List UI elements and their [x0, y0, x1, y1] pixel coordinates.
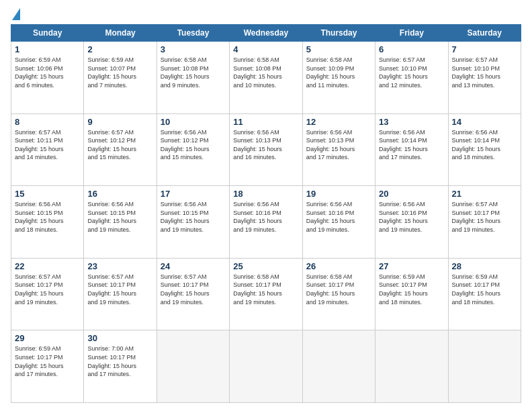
day-of-week-header: Thursday — [302, 25, 375, 42]
day-info: Sunrise: 6:56 AMSunset: 10:16 PMDaylight… — [379, 201, 428, 233]
calendar-cell: 2Sunrise: 6:59 AMSunset: 10:07 PMDayligh… — [84, 42, 157, 114]
day-info: Sunrise: 6:57 AMSunset: 10:10 PMDaylight… — [452, 56, 501, 89]
day-info: Sunrise: 6:59 AMSunset: 10:07 PMDaylight… — [87, 56, 136, 89]
header — [11, 8, 521, 19]
day-number: 8 — [15, 117, 80, 127]
day-number: 12 — [306, 117, 371, 127]
calendar-cell: 17Sunrise: 6:56 AMSunset: 10:15 PMDaylig… — [157, 186, 229, 259]
day-of-week-header: Friday — [375, 25, 448, 42]
day-number: 9 — [87, 117, 152, 127]
day-number: 29 — [15, 333, 80, 343]
day-info: Sunrise: 6:56 AMSunset: 10:15 PMDaylight… — [161, 201, 210, 233]
day-of-week-header: Monday — [84, 25, 157, 42]
day-info: Sunrise: 6:56 AMSunset: 10:15 PMDaylight… — [15, 201, 64, 233]
day-info: Sunrise: 6:58 AMSunset: 10:08 PMDaylight… — [161, 56, 210, 89]
day-number: 10 — [161, 117, 226, 127]
day-number: 24 — [161, 261, 226, 271]
calendar-cell: 28Sunrise: 6:59 AMSunset: 10:17 PMDaylig… — [448, 258, 521, 330]
day-number: 21 — [452, 189, 517, 199]
day-number: 20 — [379, 189, 444, 199]
calendar-cell: 5Sunrise: 6:58 AMSunset: 10:09 PMDayligh… — [302, 42, 375, 114]
day-number: 16 — [87, 189, 152, 199]
calendar-cell: 23Sunrise: 6:57 AMSunset: 10:17 PMDaylig… — [84, 258, 157, 330]
calendar-cell: 20Sunrise: 6:56 AMSunset: 10:16 PMDaylig… — [375, 186, 448, 259]
page: SundayMondayTuesdayWednesdayThursdayFrid… — [0, 0, 532, 411]
day-info: Sunrise: 7:00 AMSunset: 10:17 PMDaylight… — [87, 345, 136, 377]
day-number: 2 — [87, 44, 152, 54]
calendar-cell — [302, 330, 375, 403]
calendar-header-row: SundayMondayTuesdayWednesdayThursdayFrid… — [11, 25, 521, 42]
calendar-cell: 12Sunrise: 6:56 AMSunset: 10:13 PMDaylig… — [302, 113, 375, 186]
logo-arrow-icon — [12, 8, 20, 20]
day-info: Sunrise: 6:58 AMSunset: 10:17 PMDaylight… — [306, 273, 355, 306]
day-info: Sunrise: 6:56 AMSunset: 10:16 PMDaylight… — [306, 201, 355, 233]
calendar-cell: 3Sunrise: 6:58 AMSunset: 10:08 PMDayligh… — [157, 42, 229, 114]
calendar-cell: 30Sunrise: 7:00 AMSunset: 10:17 PMDaylig… — [84, 330, 157, 403]
day-info: Sunrise: 6:57 AMSunset: 10:11 PMDaylight… — [15, 129, 64, 161]
day-info: Sunrise: 6:56 AMSunset: 10:15 PMDaylight… — [87, 201, 136, 233]
day-number: 28 — [452, 261, 517, 271]
day-info: Sunrise: 6:56 AMSunset: 10:14 PMDaylight… — [452, 129, 501, 161]
calendar-cell: 22Sunrise: 6:57 AMSunset: 10:17 PMDaylig… — [11, 258, 84, 330]
calendar-cell: 25Sunrise: 6:58 AMSunset: 10:17 PMDaylig… — [230, 258, 302, 330]
day-info: Sunrise: 6:57 AMSunset: 10:17 PMDaylight… — [452, 201, 501, 233]
day-of-week-header: Tuesday — [157, 25, 229, 42]
day-number: 4 — [233, 44, 298, 54]
calendar-cell — [448, 330, 521, 403]
day-number: 25 — [233, 261, 298, 271]
day-info: Sunrise: 6:57 AMSunset: 10:10 PMDaylight… — [379, 56, 428, 89]
calendar-cell: 24Sunrise: 6:57 AMSunset: 10:17 PMDaylig… — [157, 258, 229, 330]
calendar-cell: 11Sunrise: 6:56 AMSunset: 10:13 PMDaylig… — [230, 113, 302, 186]
calendar-cell: 8Sunrise: 6:57 AMSunset: 10:11 PMDayligh… — [11, 113, 84, 186]
day-number: 17 — [161, 189, 226, 199]
calendar-week-row: 22Sunrise: 6:57 AMSunset: 10:17 PMDaylig… — [11, 258, 521, 330]
day-info: Sunrise: 6:58 AMSunset: 10:08 PMDaylight… — [233, 56, 282, 89]
calendar-cell — [375, 330, 448, 403]
day-info: Sunrise: 6:57 AMSunset: 10:17 PMDaylight… — [15, 273, 64, 306]
day-number: 15 — [15, 189, 80, 199]
day-number: 14 — [452, 117, 517, 127]
day-info: Sunrise: 6:59 AMSunset: 10:17 PMDaylight… — [452, 273, 501, 306]
calendar-week-row: 1Sunrise: 6:59 AMSunset: 10:06 PMDayligh… — [11, 42, 521, 114]
day-info: Sunrise: 6:56 AMSunset: 10:14 PMDaylight… — [379, 129, 428, 161]
day-info: Sunrise: 6:56 AMSunset: 10:16 PMDaylight… — [233, 201, 282, 233]
day-number: 26 — [306, 261, 371, 271]
day-info: Sunrise: 6:59 AMSunset: 10:06 PMDaylight… — [15, 56, 64, 89]
day-info: Sunrise: 6:57 AMSunset: 10:17 PMDaylight… — [87, 273, 136, 306]
calendar-cell: 14Sunrise: 6:56 AMSunset: 10:14 PMDaylig… — [448, 113, 521, 186]
day-number: 18 — [233, 189, 298, 199]
calendar-cell: 10Sunrise: 6:56 AMSunset: 10:12 PMDaylig… — [157, 113, 229, 186]
day-info: Sunrise: 6:56 AMSunset: 10:12 PMDaylight… — [161, 129, 210, 161]
day-info: Sunrise: 6:59 AMSunset: 10:17 PMDaylight… — [379, 273, 428, 306]
day-number: 23 — [87, 261, 152, 271]
day-number: 30 — [87, 333, 152, 343]
calendar-cell: 27Sunrise: 6:59 AMSunset: 10:17 PMDaylig… — [375, 258, 448, 330]
day-of-week-header: Sunday — [11, 25, 84, 42]
calendar-week-row: 29Sunrise: 6:59 AMSunset: 10:17 PMDaylig… — [11, 330, 521, 403]
calendar-cell: 4Sunrise: 6:58 AMSunset: 10:08 PMDayligh… — [230, 42, 302, 114]
day-of-week-header: Wednesday — [230, 25, 302, 42]
day-number: 6 — [379, 44, 444, 54]
day-number: 5 — [306, 44, 371, 54]
day-number: 11 — [233, 117, 298, 127]
day-number: 7 — [452, 44, 517, 54]
day-info: Sunrise: 6:56 AMSunset: 10:13 PMDaylight… — [306, 129, 355, 161]
calendar-cell: 21Sunrise: 6:57 AMSunset: 10:17 PMDaylig… — [448, 186, 521, 259]
calendar-cell: 15Sunrise: 6:56 AMSunset: 10:15 PMDaylig… — [11, 186, 84, 259]
day-number: 19 — [306, 189, 371, 199]
day-number: 22 — [15, 261, 80, 271]
day-info: Sunrise: 6:57 AMSunset: 10:12 PMDaylight… — [87, 129, 136, 161]
day-number: 27 — [379, 261, 444, 271]
day-info: Sunrise: 6:58 AMSunset: 10:17 PMDaylight… — [233, 273, 282, 306]
calendar-table: SundayMondayTuesdayWednesdayThursdayFrid… — [11, 24, 521, 403]
calendar-cell: 13Sunrise: 6:56 AMSunset: 10:14 PMDaylig… — [375, 113, 448, 186]
day-number: 3 — [161, 44, 226, 54]
day-info: Sunrise: 6:56 AMSunset: 10:13 PMDaylight… — [233, 129, 282, 161]
calendar-cell: 1Sunrise: 6:59 AMSunset: 10:06 PMDayligh… — [11, 42, 84, 114]
day-number: 1 — [15, 44, 80, 54]
calendar-cell: 18Sunrise: 6:56 AMSunset: 10:16 PMDaylig… — [230, 186, 302, 259]
calendar-cell: 9Sunrise: 6:57 AMSunset: 10:12 PMDayligh… — [84, 113, 157, 186]
calendar-week-row: 8Sunrise: 6:57 AMSunset: 10:11 PMDayligh… — [11, 113, 521, 186]
day-number: 13 — [379, 117, 444, 127]
calendar-cell — [157, 330, 229, 403]
